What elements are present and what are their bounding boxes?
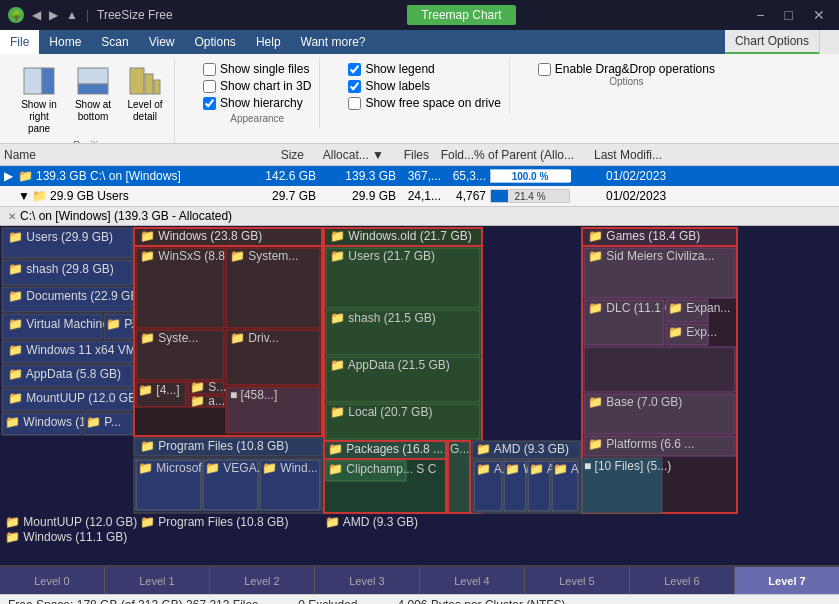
show-in-right-pane-btn[interactable]: Show inright pane <box>12 60 66 138</box>
row-size-root: 142.6 GB <box>246 169 316 183</box>
svg-text:📁 Expan...: 📁 Expan... <box>668 300 730 315</box>
level-svg <box>128 64 162 98</box>
minimize-btn[interactable]: − <box>750 5 770 25</box>
col-percent[interactable]: % of Parent (Allo... <box>474 148 594 162</box>
col-size[interactable]: Size <box>234 148 304 162</box>
svg-rect-5 <box>145 74 153 94</box>
row-modified-root: 01/02/2023 <box>606 169 696 183</box>
enable-drag-drop-check[interactable] <box>538 63 551 76</box>
right-pane-label: Show inright pane <box>17 99 61 135</box>
svg-text:📁 Base (7.0 GB): 📁 Base (7.0 GB) <box>588 394 682 409</box>
level-7-btn[interactable]: Level 7 <box>735 567 839 594</box>
show-at-bottom-btn[interactable]: Show atbottom <box>68 60 118 138</box>
right-pane-svg <box>22 64 56 98</box>
svg-text:📁 Local (20.7 GB): 📁 Local (20.7 GB) <box>330 404 432 419</box>
col-allocated[interactable]: Allocat... ▼ <box>304 148 384 162</box>
level-5-btn[interactable]: Level 5 <box>525 567 630 594</box>
show-single-files-label: Show single files <box>220 62 309 76</box>
svg-text:📁 P...: 📁 P... <box>86 414 121 429</box>
nav-forward[interactable]: ▶ <box>49 8 58 22</box>
col-files[interactable]: Files <box>384 148 429 162</box>
show-hierarchy-cb[interactable]: Show hierarchy <box>203 96 311 110</box>
svg-text:📁 Users (29.9 GB): 📁 Users (29.9 GB) <box>8 229 113 244</box>
maximize-btn[interactable]: □ <box>779 5 799 25</box>
bottom-icon <box>75 63 111 99</box>
tree-row-root[interactable]: ▶ 📁 139.3 GB C:\ on [Windows] 142.6 GB 1… <box>0 166 839 186</box>
show-hierarchy-label: Show hierarchy <box>220 96 303 110</box>
show-labels-cb[interactable]: Show labels <box>348 79 500 93</box>
row-alloc-users: 29.9 GB <box>316 189 396 203</box>
svg-text:■ [10 Files] (5...): ■ [10 Files] (5...) <box>584 459 671 473</box>
svg-text:📁 Syste...: 📁 Syste... <box>140 330 198 345</box>
excluded-text: 0 Excluded <box>298 598 357 605</box>
svg-rect-1 <box>42 68 54 94</box>
row-name-users: 29.9 GB Users <box>50 189 246 203</box>
level-of-detail-btn[interactable]: Level ofdetail <box>120 60 170 138</box>
menu-home[interactable]: Home <box>39 30 91 54</box>
path-close-icon[interactable]: ✕ <box>8 211 16 222</box>
svg-text:📁 Games (18.4 GB): 📁 Games (18.4 GB) <box>588 228 700 243</box>
treemap-area[interactable]: 📁 Users (29.9 GB) 📁 shash (29.8 GB) 📁 Do… <box>0 226 839 566</box>
cluster-text: 4,096 Bytes per Cluster (NTFS) <box>398 598 566 605</box>
show-single-files-cb[interactable]: Show single files <box>203 62 311 76</box>
nav-up[interactable]: ▲ <box>66 8 78 22</box>
options-group: Enable Drag&Drop operations Options <box>530 58 723 91</box>
level-0-btn[interactable]: Level 0 <box>0 567 105 594</box>
tree-row-users[interactable]: ▼ 📁 29.9 GB Users 29.7 GB 29.9 GB 24,1..… <box>0 186 839 206</box>
menu-chart-options[interactable]: Chart Options <box>725 30 819 54</box>
svg-text:📁 AppData (21.5 GB): 📁 AppData (21.5 GB) <box>330 357 450 372</box>
ribbon: Show inright pane Show atbottom <box>0 54 839 144</box>
level-1-btn[interactable]: Level 1 <box>105 567 210 594</box>
menu-help[interactable]: Help <box>246 30 291 54</box>
show-free-drive-check[interactable] <box>348 97 361 110</box>
show-free-drive-cb[interactable]: Show free space on drive <box>348 96 500 110</box>
enable-drag-drop-cb[interactable]: Enable Drag&Drop operations <box>538 62 715 76</box>
svg-text:📁 Users (21.7 GB): 📁 Users (21.7 GB) <box>330 248 435 263</box>
close-btn[interactable]: ✕ <box>807 5 831 25</box>
nav-separator: | <box>86 8 89 22</box>
row-pct-root: 100.0 % <box>486 169 606 183</box>
svg-text:📁 shash (21.5 GB): 📁 shash (21.5 GB) <box>330 310 436 325</box>
level-6-btn[interactable]: Level 6 <box>630 567 735 594</box>
level-4-btn[interactable]: Level 4 <box>420 567 525 594</box>
menu-view[interactable]: View <box>139 30 185 54</box>
level-3-btn[interactable]: Level 3 <box>315 567 420 594</box>
path-header: ✕ C:\ on [Windows] (139.3 GB - Allocated… <box>0 206 839 226</box>
svg-text:📁 AMD (9.3 GB): 📁 AMD (9.3 GB) <box>476 441 569 456</box>
options-group-label: Options <box>538 76 715 87</box>
svg-text:■ [458...]: ■ [458...] <box>230 388 277 402</box>
col-name[interactable]: Name <box>4 148 234 162</box>
menu-want-more[interactable]: Want more? <box>291 30 376 54</box>
col-modified[interactable]: Last Modifi... <box>594 148 684 162</box>
folder-icon-root: 📁 <box>18 169 33 183</box>
expand-icon-root: ▶ <box>4 169 18 183</box>
col-folders[interactable]: Fold... <box>429 148 474 162</box>
show-hierarchy-check[interactable] <box>203 97 216 110</box>
free-space-text: Free Space: 178 GB (of 312 GB) 367,312 F… <box>8 598 258 605</box>
svg-text:G...: G... <box>450 442 469 456</box>
show-single-files-check[interactable] <box>203 63 216 76</box>
menu-file[interactable]: File <box>0 30 39 54</box>
level-2-btn[interactable]: Level 2 <box>210 567 315 594</box>
level-icon <box>127 63 163 99</box>
row-files-root: 367,... <box>396 169 441 183</box>
column-headers: Name Size Allocat... ▼ Files Fold... % o… <box>0 144 839 166</box>
appearance-group-label: Appearance <box>203 113 311 124</box>
menu-bar: File Home Scan View Options Help Want mo… <box>0 30 839 54</box>
appearance-group: Show single files Show chart in 3D Show … <box>195 58 320 128</box>
treemap-tab[interactable]: Treemap Chart <box>407 5 515 25</box>
svg-text:📁 System...: 📁 System... <box>230 248 298 263</box>
show-labels-check[interactable] <box>348 80 361 93</box>
show-chart-3d-cb[interactable]: Show chart in 3D <box>203 79 311 93</box>
menu-scan[interactable]: Scan <box>91 30 138 54</box>
svg-text:📁 Sid Meiers Civiliza...: 📁 Sid Meiers Civiliza... <box>588 248 714 263</box>
show-legend-check[interactable] <box>348 63 361 76</box>
show-legend-cb[interactable]: Show legend <box>348 62 500 76</box>
row-alloc-root: 139.3 GB <box>316 169 396 183</box>
svg-text:📁 Program Files (10.8 GB): 📁 Program Files (10.8 GB) <box>140 438 288 453</box>
treemap-svg: 📁 Users (29.9 GB) 📁 shash (29.8 GB) 📁 Do… <box>0 226 740 564</box>
bottom-svg <box>76 64 110 98</box>
nav-back[interactable]: ◀ <box>32 8 41 22</box>
show-chart-3d-check[interactable] <box>203 80 216 93</box>
menu-options[interactable]: Options <box>185 30 246 54</box>
